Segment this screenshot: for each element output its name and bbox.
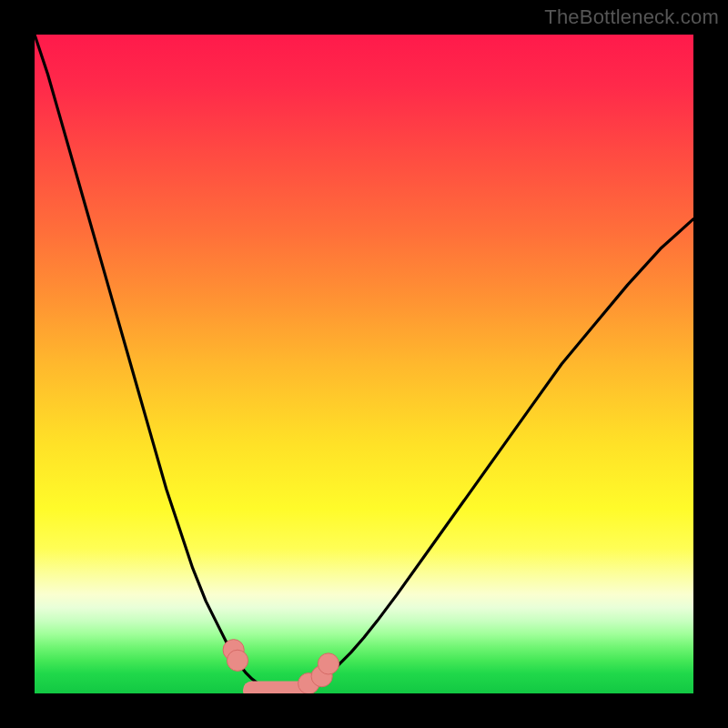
plot-area [35,35,693,693]
marker-group [223,640,339,693]
plot-svg [35,35,693,693]
curve-path [35,35,693,693]
chart-frame: TheBottleneck.com [0,0,728,728]
bottleneck-curve [35,35,693,693]
watermark-text: TheBottleneck.com [544,5,719,29]
marker-dot [227,650,248,671]
marker-dot [318,653,339,674]
